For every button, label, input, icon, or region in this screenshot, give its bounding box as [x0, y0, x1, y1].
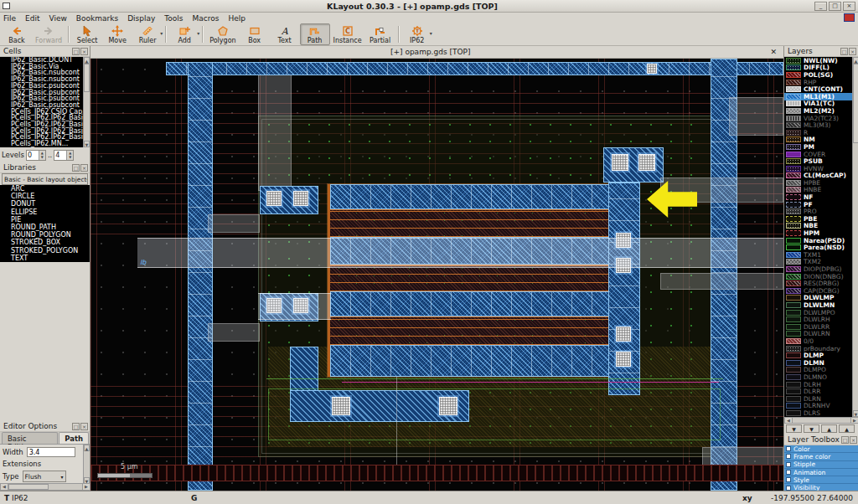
polygon-button[interactable]: Polygon	[206, 23, 239, 45]
add-button[interactable]: Add ▾	[169, 23, 199, 45]
layer-row[interactable]: DLMNO	[784, 373, 858, 381]
library-item[interactable]: ROUND_POLYGON	[0, 231, 90, 239]
layer-row[interactable]: DION(DNBG)	[784, 273, 858, 280]
forward-button[interactable]: Forward	[32, 23, 65, 45]
layers-detach-button[interactable]: □	[840, 48, 848, 55]
layer-row[interactable]: RHP	[784, 79, 858, 86]
cells-close-button[interactable]: ×	[80, 48, 88, 55]
layer-row[interactable]: CL(MosCAP)	[784, 172, 858, 180]
select-button[interactable]: Select	[72, 23, 102, 45]
cells-list[interactable]: ▲▼ IP62_Basic.DCONTIP62_Basic.ViaIP62_Ba…	[0, 57, 90, 147]
partial-button[interactable]: Partial	[365, 23, 395, 45]
layer-row[interactable]: CAP(DCBG)	[784, 287, 858, 295]
layer-row[interactable]: DIOP(DPBG)	[784, 265, 858, 273]
layer-row[interactable]: ML2(M2)	[784, 107, 858, 115]
level-up-icon[interactable]: ▲	[821, 424, 837, 433]
layer-toolbox-row[interactable]: Stipple	[784, 461, 858, 469]
layer-row[interactable]: NM	[784, 136, 858, 144]
layer-row[interactable]: DLWLMP	[784, 295, 858, 302]
layer-row[interactable]: DLWLMPO	[784, 309, 858, 316]
layer-row[interactable]: DLMP	[784, 352, 858, 359]
layer-row[interactable]: DLRN	[784, 395, 858, 403]
layer-row[interactable]: VIA1(TC)	[784, 100, 858, 108]
layer-row[interactable]: PRO	[784, 208, 858, 215]
ip62-dropdown-arrow[interactable]: ▾	[430, 30, 432, 36]
layer-row[interactable]: HPBE	[784, 179, 858, 187]
level-down-all-icon[interactable]: ▼	[804, 424, 819, 433]
text-button[interactable]: A Text	[270, 23, 300, 45]
editor-options-vscroll[interactable]: ▲▼	[83, 445, 90, 484]
layer-row[interactable]: TXM2	[784, 259, 858, 266]
width-input[interactable]	[27, 447, 75, 457]
level-to-spinner[interactable]: 4▲▼	[54, 150, 74, 161]
layer-row[interactable]: DLRH	[784, 381, 858, 388]
layers-close-button[interactable]: ×	[849, 48, 856, 55]
scroll-up-icon[interactable]: ▲	[84, 57, 90, 64]
layer-row[interactable]: 0/0	[784, 337, 858, 345]
layer-toolbox-row[interactable]: Style	[784, 476, 858, 484]
layer-row[interactable]: R	[784, 129, 858, 136]
layer-toolbox-detach-button[interactable]: □	[841, 436, 849, 444]
library-item[interactable]: ARC	[0, 185, 90, 193]
layer-row[interactable]: POL(SG)	[784, 71, 858, 79]
cell-item[interactable]: PCells_IP62.MN...	[0, 141, 90, 147]
ruler-dropdown-arrow[interactable]: ▾	[160, 30, 163, 36]
menu-item[interactable]: File	[3, 14, 16, 23]
layer-row[interactable]: Narea(PSD)	[784, 237, 858, 244]
add-dropdown-arrow[interactable]: ▾	[197, 30, 199, 36]
extension-type-select[interactable]: Flush▾	[23, 471, 66, 482]
layer-toolbox-row[interactable]: Animation	[784, 469, 858, 476]
layer-row[interactable]: DLRR	[784, 388, 858, 395]
ip62-button[interactable]: T IP62 ▾	[402, 23, 432, 45]
layer-row[interactable]: DLRS	[784, 409, 858, 417]
toolbox-checkbox[interactable]	[786, 470, 791, 475]
layer-row[interactable]: DLWLRN	[784, 331, 858, 338]
level-down-icon[interactable]: ▼	[786, 424, 802, 433]
libraries-detach-button[interactable]: □	[72, 164, 80, 172]
layer-row[interactable]: ML3(M3)	[784, 121, 858, 129]
layer-row[interactable]: HNBE	[784, 187, 858, 194]
close-button[interactable]: ×	[843, 2, 855, 11]
path-button[interactable]: Path	[300, 23, 330, 45]
layer-row[interactable]: DLMPO	[784, 367, 858, 374]
toolbox-checkbox[interactable]	[786, 454, 791, 459]
libraries-list[interactable]: ARCCIRCLEDONUTELLIPSEPIEROUND_PATHROUND_…	[0, 185, 90, 262]
level-from-spinner[interactable]: 0▲▼	[26, 150, 46, 161]
library-item[interactable]: CIRCLE	[0, 193, 90, 200]
layer-row[interactable]: PF	[784, 201, 858, 208]
layers-list[interactable]: ▲▼ NWL(NW) DIFF(L) POL(SG)	[784, 57, 858, 417]
menu-item[interactable]: Edit	[25, 14, 39, 23]
cells-detach-button[interactable]: □	[72, 48, 80, 55]
document-tab[interactable]: [+] opamp.gds [TOP]	[90, 48, 770, 56]
layer-row[interactable]: CNT(CONT)	[784, 85, 858, 93]
tab-path[interactable]: Path	[59, 432, 89, 444]
editor-options-close-button[interactable]: ×	[80, 423, 88, 430]
menu-item[interactable]: Help	[228, 14, 246, 23]
layers-hscroll[interactable]: ◀▶	[784, 417, 858, 424]
editor-options-hscroll[interactable]: ◀▶	[0, 483, 90, 491]
box-button[interactable]: Box	[240, 23, 270, 45]
library-item[interactable]: PIE	[0, 216, 90, 224]
library-item[interactable]: DONUT	[0, 200, 90, 208]
layer-row[interactable]: DLWLRR	[784, 323, 858, 331]
library-item[interactable]: TEXT	[0, 255, 90, 262]
layer-row[interactable]: DLWLMN	[784, 301, 858, 309]
ruler-button[interactable]: Ruler ▾	[132, 23, 163, 45]
layer-row[interactable]: PSUB	[784, 157, 858, 165]
layer-toolbox-close-button[interactable]: ×	[850, 436, 857, 444]
layer-row[interactable]: NF	[784, 193, 858, 201]
toolbox-checkbox[interactable]	[786, 477, 791, 482]
layer-row[interactable]: ML1(M1)	[784, 93, 858, 100]
layer-row[interactable]: NWL(NW)	[784, 57, 858, 64]
toolbox-checkbox[interactable]	[786, 446, 791, 451]
maximize-button[interactable]: □	[829, 2, 841, 11]
library-item[interactable]: ROUND_PATH	[0, 224, 90, 231]
cells-scrollbar[interactable]: ▲▼	[83, 57, 90, 147]
layer-row[interactable]: HVNW	[784, 165, 858, 172]
layout-canvas[interactable]: Ib 5 µm	[90, 59, 783, 491]
layer-row[interactable]: PBE	[784, 215, 858, 223]
tab-close-icon[interactable]: ✕	[770, 48, 777, 56]
layer-row[interactable]: COVER	[784, 151, 858, 158]
menu-item[interactable]: Macros	[193, 14, 220, 23]
layer-row[interactable]: HPM	[784, 229, 858, 237]
